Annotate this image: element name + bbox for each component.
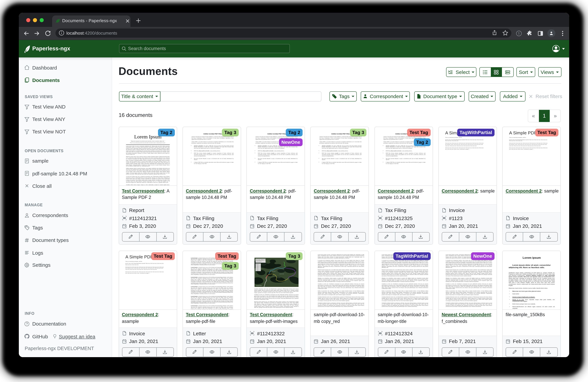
svg-text:Day 4: Day 4 (257, 268, 258, 269)
svg-text:Day 1: Day 1 (257, 265, 258, 266)
svg-text:Day 3: Day 3 (257, 267, 258, 268)
svg-text:Legend: Legend (256, 264, 258, 265)
svg-text:Boundary Waters Trip: Boundary Waters Trip (256, 259, 266, 260)
svg-text:Neat portage: Neat portage (272, 271, 275, 272)
svg-text:for days in BWCA: for days in BWCA (256, 261, 261, 261)
svg-text:Day 6: Day 6 (257, 270, 258, 271)
svg-text:Google Earth: Google Earth (256, 285, 262, 286)
svg-text:Day 5: Day 5 (257, 269, 258, 270)
svg-text:Canoe launch: Canoe launch (276, 277, 280, 278)
svg-text:Camp three lakes: Camp three lakes (279, 274, 284, 274)
svg-text:Day 2: Day 2 (257, 266, 258, 267)
